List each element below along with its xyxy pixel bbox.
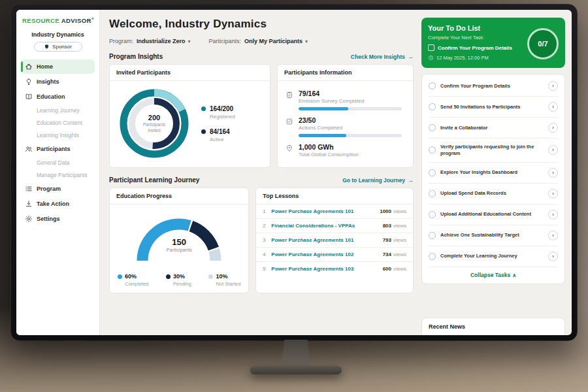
education-progress-card: Education Progress 150 Participants 60%C… (109, 188, 249, 293)
participants-filter[interactable]: Participants: Only My Participants ▾ (209, 38, 308, 44)
lesson-rank: 3 (263, 237, 271, 243)
go-to-learning-journey-link[interactable]: Go to Learning Journey→ (342, 177, 414, 184)
chevron-right-icon[interactable]: › (548, 210, 558, 220)
sidebar-item-program[interactable]: Program (21, 182, 95, 196)
sidebar-item-home[interactable]: Home (21, 59, 95, 74)
chevron-right-icon[interactable]: › (548, 145, 558, 155)
lesson-title-link[interactable]: Power Purchase Agreements 101 (271, 237, 382, 243)
sidebar-item-education-content[interactable]: Education Content (21, 117, 95, 129)
screen: RESOURCE ADVISOR+ Industry Dynamics Spon… (16, 10, 572, 335)
sidebar-item-label: Program (37, 186, 61, 192)
program-insights-section-head: Program Insights Check More Insights→ (109, 53, 414, 60)
progress-bar (299, 134, 402, 137)
gauge-center-value: 150 (130, 237, 228, 247)
legend-percent: 10% (216, 273, 227, 280)
task-item-complete-your-learning-journey[interactable]: Complete Your Learning Journey› (429, 246, 558, 267)
lesson-title-link[interactable]: Power Purchase Agreements 103 (271, 266, 382, 272)
todo-progress-badge: 0/7 (527, 28, 559, 59)
program-filter[interactable]: Program: Industrialize Zero ▾ (109, 38, 191, 44)
lesson-rank: 5 (263, 266, 271, 272)
app-logo: RESOURCE ADVISOR+ (21, 16, 95, 24)
insights-icon (25, 78, 33, 86)
task-checkbox[interactable] (429, 103, 436, 110)
sidebar: RESOURCE ADVISOR+ Industry Dynamics Spon… (16, 10, 100, 335)
lesson-views-label: views (393, 237, 406, 243)
task-item-upload-spend-data-records[interactable]: Upload Spend Data Records› (429, 184, 558, 204)
participants-icon (25, 145, 33, 153)
top-lessons-card-title: Top Lessons (256, 188, 413, 204)
legend-dot (201, 106, 206, 111)
task-label: Invite a Collaborator (440, 125, 544, 131)
task-item-verify-participants-requesting-to-join-the-program[interactable]: Verify participants requesting to join t… (429, 139, 558, 163)
lesson-views-label: views (393, 223, 406, 229)
legend-dot (118, 274, 122, 279)
sidebar-item-learning-journey[interactable]: Learning Journey (21, 105, 95, 116)
lesson-title-link[interactable]: Financial Considerations - VPPAs (271, 223, 382, 229)
task-item-achieve-one-sustainability-target[interactable]: Achieve One Sustainability Target› (429, 225, 558, 246)
stat-value: 1,000 GWh (299, 143, 359, 151)
collapse-tasks-link[interactable]: Collapse Tasks∧ (429, 267, 558, 284)
task-item-send-50-invitations-to-participants[interactable]: Send 50 Invitations to Participants› (429, 97, 558, 118)
program-filter-value: Industrialize Zero (137, 38, 186, 44)
legend-dot (166, 274, 171, 279)
task-item-explore-your-insights-dashboard[interactable]: Explore Your Insights Dashboard› (429, 163, 558, 184)
sidebar-item-settings[interactable]: Settings (21, 212, 95, 226)
lesson-title-link[interactable]: Power Purchase Agreements 102 (271, 252, 382, 257)
task-checkbox[interactable] (429, 190, 436, 197)
sidebar-item-take-action[interactable]: Take Action (21, 197, 95, 211)
chevron-right-icon[interactable]: › (548, 81, 558, 91)
check-more-insights-link[interactable]: Check More Insights→ (351, 54, 414, 60)
clock-icon (428, 55, 434, 61)
task-checkbox[interactable] (429, 169, 436, 176)
education-icon (25, 93, 33, 101)
chevron-right-icon[interactable]: › (548, 102, 558, 112)
participants-information-card-title: Participants Information (278, 65, 413, 81)
task-checkbox[interactable] (429, 211, 436, 218)
legend-label: Registered (210, 114, 235, 120)
chevron-right-icon[interactable]: › (548, 231, 558, 240)
top-lessons-card: Top Lessons 1Power Purchase Agreements 1… (255, 188, 414, 293)
task-item-confirm-your-program-details[interactable]: Confirm Your Program Details› (429, 76, 558, 97)
monitor-stand-neck (281, 340, 311, 368)
task-item-upload-additional-educational-content[interactable]: Upload Additional Educational Content› (429, 204, 558, 225)
chevron-right-icon[interactable]: › (548, 168, 558, 178)
checkbox-icon[interactable] (428, 44, 434, 51)
gauge-legend: 60%Completed30%Pending10%Not Started (110, 267, 248, 293)
sidebar-item-label: General Data (37, 159, 70, 166)
sidebar-item-education[interactable]: Education (21, 90, 95, 104)
legend-value: 84/164 (210, 128, 230, 136)
lesson-views: 793views (383, 237, 406, 243)
legend-value: 164/200 (210, 105, 235, 113)
logo-advisor: ADVISOR+ (61, 17, 95, 24)
task-checkbox[interactable] (429, 232, 436, 239)
chevron-right-icon[interactable]: › (548, 123, 558, 133)
sidebar-item-participants[interactable]: Participants (21, 142, 95, 156)
learning-section-head: Participant Learning Journey Go to Learn… (109, 176, 414, 184)
donut-center-value: 200 (148, 114, 160, 122)
sidebar-item-learning-insights[interactable]: Learning Insights (21, 129, 95, 141)
chevron-right-icon[interactable]: › (548, 252, 558, 261)
sidebar-item-manage-participants[interactable]: Manage Participants (21, 169, 95, 181)
task-checkbox[interactable] (429, 82, 436, 90)
arrow-right-icon: → (408, 177, 414, 184)
gauge-center: 150 Participants (130, 237, 228, 253)
lesson-row: 4Power Purchase Agreements 102734views (256, 248, 413, 262)
sidebar-item-label: Learning Journey (37, 107, 80, 114)
invited-participants-card-body: 200 Participants Invited 164/200Register… (110, 81, 270, 167)
top-lessons-list: 1Power Purchase Agreements 1011000views2… (256, 204, 413, 276)
sidebar-item-general-data[interactable]: General Data (21, 157, 95, 169)
task-checkbox[interactable] (429, 124, 436, 131)
task-item-invite-a-collaborator[interactable]: Invite a Collaborator› (429, 118, 558, 139)
legend-label: Completed (118, 281, 148, 287)
sponsor-label: Sponsor (52, 44, 72, 50)
sidebar-item-insights[interactable]: Insights (21, 74, 95, 89)
task-label: Upload Additional Educational Content (440, 211, 544, 218)
task-checkbox[interactable] (429, 253, 436, 260)
settings-icon (25, 215, 33, 223)
task-checkbox[interactable] (429, 146, 436, 154)
education-gauge-chart: 150 Participants (130, 208, 228, 267)
gauge-legend-item-not-started: 10%Not Started (208, 273, 240, 287)
lesson-title-link[interactable]: Power Purchase Agreements 101 (271, 208, 380, 214)
chevron-right-icon[interactable]: › (548, 189, 558, 199)
task-label: Achieve One Sustainability Target (440, 232, 544, 238)
